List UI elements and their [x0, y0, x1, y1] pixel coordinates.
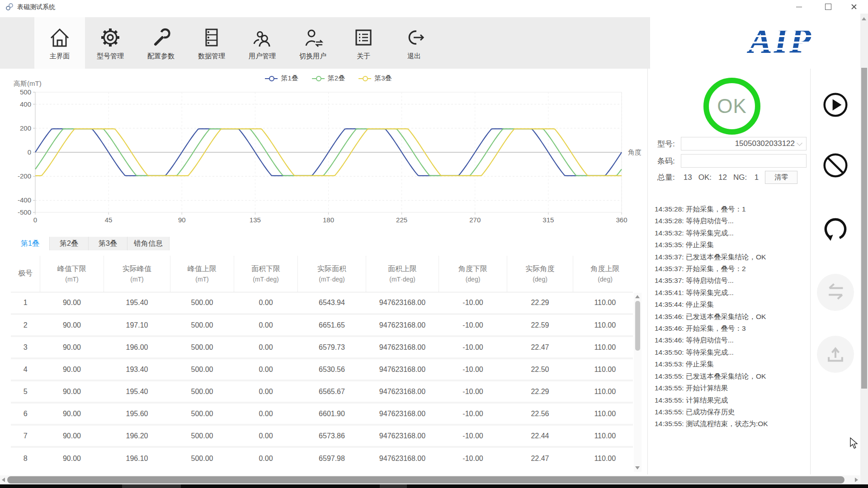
action-button-upload[interactable] [817, 336, 854, 373]
table-cell: 6565.67 [298, 380, 366, 403]
maximize-button[interactable] [818, 0, 839, 14]
legend-label: 第3叠 [374, 74, 392, 83]
log-entry: 14:35:50: 等待采集完成... [655, 347, 810, 358]
action-button-stop[interactable] [817, 148, 854, 185]
close-button[interactable] [844, 0, 864, 14]
log-entry: 14:35:55: 已成功保存历史 [655, 406, 810, 418]
page-scroll-thumb[interactable] [861, 68, 867, 389]
column-header: 角度上限(deg) [573, 256, 633, 292]
tab-第1叠[interactable]: 第1叠 [11, 237, 50, 250]
page-hscroll-thumb[interactable] [7, 476, 844, 483]
table-cell: 22.29 [507, 292, 573, 314]
table-scroll-thumb[interactable] [635, 301, 640, 351]
table-cell: 22.56 [507, 403, 573, 425]
table-row[interactable]: 190.00195.40500.000.006543.94947623168.0… [11, 292, 633, 314]
minimize-button[interactable] [788, 0, 809, 14]
legend-item[interactable]: 第3叠 [359, 74, 392, 83]
barcode-input[interactable] [681, 154, 807, 168]
results-table-wrap: 极号峰值下限(mT)实际峰值(mT)峰值上限(mT)面积下限(mT·deg)实际… [11, 256, 633, 474]
table-row[interactable]: 390.00196.00500.000.006579.73947623168.0… [11, 336, 633, 358]
model-select[interactable]: 15050302033122 [681, 137, 807, 150]
column-header: 极号 [11, 256, 40, 292]
scroll-up-icon[interactable] [862, 17, 866, 20]
logo-stripe [724, 35, 837, 37]
scroll-down-icon[interactable] [635, 466, 640, 469]
exit-icon [402, 26, 426, 49]
action-button-reset[interactable] [817, 211, 854, 249]
toolbar-item-gear[interactable]: 型号管理 [85, 17, 136, 69]
toolbar-item-database[interactable]: 数据管理 [186, 17, 237, 69]
toolbar-item-exit[interactable]: 退出 [389, 17, 439, 69]
table-cell: 90.00 [40, 292, 104, 314]
column-unit: (mT) [40, 276, 104, 283]
tab-第3叠[interactable]: 第3叠 [89, 237, 127, 250]
clear-counters-button[interactable]: 清零 [765, 171, 797, 184]
toolbar-item-switch-user[interactable]: 切换用户 [288, 17, 338, 69]
database-icon [200, 26, 223, 49]
table-row[interactable]: 890.00196.10500.000.006597.98947623168.0… [11, 447, 633, 469]
main-toolbar: 主界面型号管理配置参数数据管理用户管理切换用户关于退出 [0, 17, 650, 69]
table-cell: 0.00 [234, 425, 298, 447]
total-label: 总量: [657, 172, 675, 183]
table-cell: 2 [11, 314, 40, 336]
ng-label: NG: [733, 173, 747, 182]
table-cell: 22.44 [507, 425, 573, 447]
stack-tabs: 第1叠第2叠第3叠错角信息 [11, 237, 170, 250]
y-tick-label: 400 [20, 100, 31, 108]
scroll-up-icon[interactable] [635, 295, 640, 298]
table-cell: 22.47 [507, 447, 573, 469]
scroll-left-icon[interactable] [2, 478, 5, 482]
action-button-start[interactable] [817, 87, 854, 124]
tab-错角信息[interactable]: 错角信息 [127, 237, 170, 250]
table-row[interactable]: 790.00196.20500.000.006573.86947623168.0… [11, 425, 633, 447]
log-entry: 14:35:44: 停止采集 [655, 299, 810, 310]
table-cell: 0.00 [234, 336, 298, 358]
log-entry: 14:35:55: 测试流程结束，状态为:OK [655, 418, 810, 430]
scroll-right-icon[interactable] [855, 478, 858, 482]
table-cell: 90.00 [40, 336, 104, 358]
table-cell: -10.00 [439, 314, 507, 336]
table-cell: 0.00 [234, 292, 298, 314]
toolbar-item-about[interactable]: 关于 [338, 17, 389, 69]
table-row[interactable]: 690.00195.60500.000.006601.90947623168.0… [11, 403, 633, 425]
action-button-transfer[interactable] [817, 274, 854, 311]
table-vertical-scrollbar[interactable] [634, 293, 642, 472]
table-row[interactable]: 490.00193.40500.000.006530.56947623168.0… [11, 358, 633, 380]
legend-marker-icon [265, 78, 278, 79]
legend-item[interactable]: 第1叠 [265, 74, 298, 83]
page-horizontal-scrollbar[interactable] [0, 475, 860, 484]
tab-第2叠[interactable]: 第2叠 [50, 237, 89, 250]
page-vertical-scrollbar[interactable] [860, 14, 868, 488]
table-cell: 110.00 [573, 358, 633, 380]
x-tick-label: 315 [542, 216, 554, 224]
column-title: 峰值下限 [40, 264, 104, 274]
total-value: 13 [675, 173, 692, 182]
action-toolbar [811, 69, 860, 474]
x-tick-label: 180 [323, 216, 334, 224]
column-title: 面积下限 [234, 264, 297, 274]
table-cell: 1 [11, 292, 40, 314]
y-tick-label: -500 [18, 208, 31, 216]
table-row[interactable]: 290.00197.10500.000.006651.65947623168.0… [11, 314, 633, 336]
column-unit: (mT·deg) [298, 276, 366, 283]
taskbar-strip [0, 484, 868, 488]
table-cell: 947623168.00 [366, 380, 439, 403]
switch-user-icon [301, 26, 325, 49]
table-cell: 500.00 [170, 403, 234, 425]
table-cell: 947623168.00 [366, 336, 439, 358]
model-value: 15050302033122 [681, 139, 797, 148]
toolbar-item-home[interactable]: 主界面 [34, 17, 85, 69]
taskbar-segment [380, 484, 407, 488]
table-cell: 6579.73 [298, 336, 366, 358]
table-cell: 196.20 [104, 425, 170, 447]
toolbar-item-users[interactable]: 用户管理 [237, 17, 288, 69]
about-icon [352, 26, 375, 49]
table-cell: 500.00 [170, 425, 234, 447]
legend-dot-icon [269, 76, 274, 81]
legend-item[interactable]: 第2叠 [312, 74, 345, 83]
toolbar-item-wrench[interactable]: 配置参数 [136, 17, 186, 69]
table-row[interactable]: 590.00195.40500.000.006565.67947623168.0… [11, 380, 633, 403]
y-tick-label: 200 [20, 124, 31, 132]
toolbar-item-label: 配置参数 [147, 52, 175, 61]
legend-label: 第1叠 [281, 74, 298, 83]
